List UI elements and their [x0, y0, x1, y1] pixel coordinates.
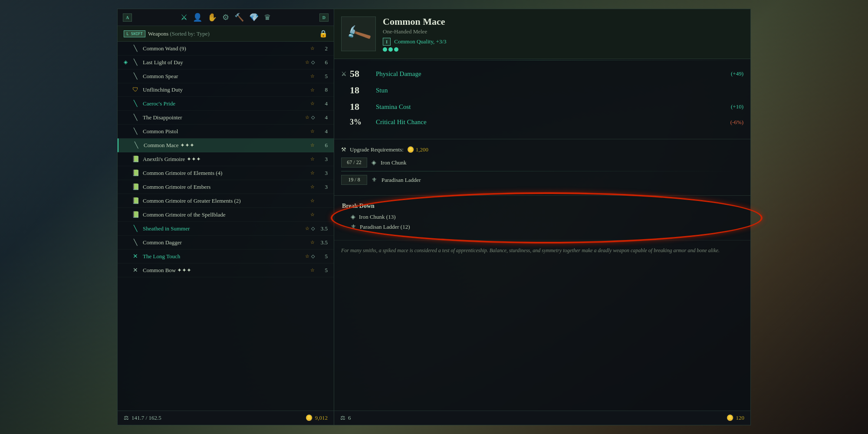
grimoire3-icon: 📗 [132, 183, 139, 191]
item-weight: 3 [315, 184, 328, 191]
stat-bonus-physical: (+49) [731, 70, 743, 77]
quality-dots [383, 47, 743, 52]
bow2-icon: ✕ [132, 266, 139, 274]
item-header: 🔨 Common Mace One-Handed Melee I Common … [334, 9, 750, 59]
left-panel: A ⚔ 👤 ✋ ⚙ 🔨 💎 ♛ D L SHIFT Weapons (Sorte… [117, 9, 334, 425]
list-item[interactable]: ╲ Caeroc's Pride ☆ 4 [118, 97, 334, 111]
spear-icon: ╲ [132, 72, 139, 80]
list-item[interactable]: 📗 Common Grimoire of the Spellblade ☆ [118, 208, 334, 222]
stat-value-stamina: 18 [350, 101, 376, 112]
item-name: Common Grimoire of Greater Elements (2) [143, 197, 308, 204]
item-weight: 3 [315, 170, 328, 177]
item-name: Sheathed in Summer [143, 225, 302, 232]
list-item[interactable]: ╲ Common Mace ✦✦✦ ☆ 6 [118, 138, 334, 152]
stats-divider [334, 60, 750, 60]
weight-info: ⚖ 141.7 / 162.5 [124, 414, 161, 421]
item-name: Common Wand (9) [143, 45, 308, 52]
list-item[interactable]: ╲ Common Pistol ☆ 4 [118, 125, 334, 138]
pistol2-icon: ╲ [132, 128, 139, 135]
stat-value-crit: 3% [350, 118, 376, 127]
stat-row-physical: ⚔ 58 Physical Damage (+49) [341, 68, 743, 79]
item-weight: 5 [315, 73, 328, 80]
upgrade-item-name-1: Iron Chunk [381, 159, 407, 166]
paradisan-icon: ⚜ [372, 176, 377, 184]
upgrade-row-2: 19 / 8 ⚜ Paradisan Ladder [341, 175, 743, 185]
list-item[interactable]: ✕ The Long Touch ☆ ◇ 5 [118, 250, 334, 263]
stat-row-crit: 3% Critical Hit Chance (-6%) [341, 118, 743, 127]
item-weight: 3 [315, 156, 328, 163]
lshift-badge[interactable]: L SHIFT [124, 30, 145, 37]
stat-name-stamina: Stamina Cost [376, 103, 728, 111]
item-title: Common Mace [383, 16, 743, 27]
toolbar-icons: ⚔ 👤 ✋ ⚙ 🔨 💎 ♛ [135, 13, 316, 22]
list-item[interactable]: ╲ Common Wand (9) ☆ 2 [118, 42, 334, 56]
right-panel: 🔨 Common Mace One-Handed Melee I Common … [334, 9, 751, 425]
right-bottom-bar: ⚖ 6 🪙 120 [334, 411, 750, 425]
right-coin-icon: 🪙 [727, 414, 733, 421]
list-item[interactable]: ╲ Common Spear ☆ 5 [118, 69, 334, 83]
stat-value-physical: 58 [350, 68, 376, 79]
item-name: Unflinching Duty [143, 86, 308, 93]
list-item[interactable]: ╲ Sheathed in Summer ☆ ◇ 3.5 [118, 222, 334, 236]
item-weight: 4 [315, 128, 328, 135]
slot-a[interactable]: A [123, 13, 132, 22]
slot-d[interactable]: D [319, 13, 329, 22]
left-bottom-bar: ⚖ 141.7 / 162.5 🪙 9,012 [118, 411, 334, 425]
quality-text: Common Quality, +3/3 [394, 38, 446, 45]
item-name: Caeroc's Pride [143, 100, 308, 107]
physical-icon: ⚔ [341, 70, 350, 78]
gear-icon[interactable]: ⚙ [222, 13, 229, 22]
item-name: Common Grimoire of the Spellblade [143, 211, 308, 218]
list-item[interactable]: 📗 Common Grimoire of Greater Elements (2… [118, 194, 334, 208]
people-icon[interactable]: 👤 [193, 13, 202, 22]
item-name: Anextli's Grimoire ✦✦✦ [143, 156, 308, 163]
item-weight: 4 [315, 114, 328, 121]
ui-container: A ⚔ 👤 ✋ ⚙ 🔨 💎 ♛ D L SHIFT Weapons (Sorte… [117, 9, 751, 425]
item-weight: 5 [315, 253, 328, 260]
item-name: Common Grimoire of Embers [143, 184, 308, 191]
gold-value: 9,012 [315, 414, 328, 421]
item-list[interactable]: ╲ Common Wand (9) ☆ 2 ◈ ╲ Last Light of … [118, 42, 334, 411]
list-item[interactable]: 📗 Anextli's Grimoire ✦✦✦ ☆ 3 [118, 152, 334, 166]
item-name: Common Bow ✦✦✦ [143, 267, 308, 274]
list-item[interactable]: 📗 Common Grimoire of Embers ☆ 3 [118, 180, 334, 194]
quality-dot-1 [383, 47, 387, 52]
list-item[interactable]: ╲ The Disappointer ☆ ◇ 4 [118, 111, 334, 125]
list-item[interactable]: ✕ Common Bow ✦✦✦ ☆ 5 [118, 263, 334, 277]
stat-row-stamina: 18 Stamina Cost (+10) [341, 101, 743, 112]
weapons-header: L SHIFT Weapons (Sorted by: Type) 🔒 [118, 26, 334, 42]
item-name: Common Pistol [143, 128, 308, 135]
stat-bonus-stamina: (+10) [731, 103, 743, 110]
bow-icon: ✕ [132, 253, 139, 260]
diamond-icon[interactable]: 💎 [249, 13, 259, 22]
breakdown-iron-icon: ◈ [351, 213, 355, 220]
crown-icon[interactable]: ♛ [264, 13, 271, 22]
pistol-icon: ╲ [132, 114, 139, 121]
grimoire-icon: 📗 [132, 155, 139, 163]
list-item[interactable]: ◈ ╲ Last Light of Day ☆ ◇ 6 [118, 56, 334, 69]
list-item[interactable]: 🛡 Unflinching Duty ☆ 8 [118, 83, 334, 97]
right-gold-info: 🪙 120 [727, 414, 745, 421]
breakdown-title: Break Down [342, 203, 743, 210]
sword-icon[interactable]: ⚔ [181, 13, 187, 22]
quality-dot-2 [388, 47, 393, 52]
wand-icon: ╲ [132, 45, 139, 52]
upgrade-divider [341, 171, 743, 171]
lock-icon[interactable]: 🔒 [319, 30, 328, 38]
stat-name-stun: Stun [376, 87, 743, 94]
upgrade-qty-1: 67 / 22 [341, 158, 367, 168]
item-description: For many smiths, a spiked mace is consid… [334, 240, 750, 260]
weapons-title: Weapons (Sorted by: Type) [148, 30, 210, 37]
list-item[interactable]: 📗 Common Grimoire of Elements (4) ☆ 3 [118, 166, 334, 180]
upgrade-qty-2: 19 / 8 [341, 175, 367, 185]
item-weight: 2 [315, 45, 328, 52]
stat-row-stun: 18 Stun [341, 85, 743, 96]
hammer-icon[interactable]: 🔨 [234, 13, 244, 22]
upgrade-title: ⚒ Upgrade Requirements: 🪙 1,200 [341, 146, 743, 153]
list-item[interactable]: ╲ Common Dagger ☆ 3.5 [118, 236, 334, 250]
item-weight: 6 [315, 59, 328, 66]
item-weight: 8 [315, 86, 328, 93]
hand-icon[interactable]: ✋ [207, 13, 217, 22]
item-name: Common Spear [143, 73, 308, 80]
weight-value: 141.7 / 162.5 [132, 414, 161, 421]
